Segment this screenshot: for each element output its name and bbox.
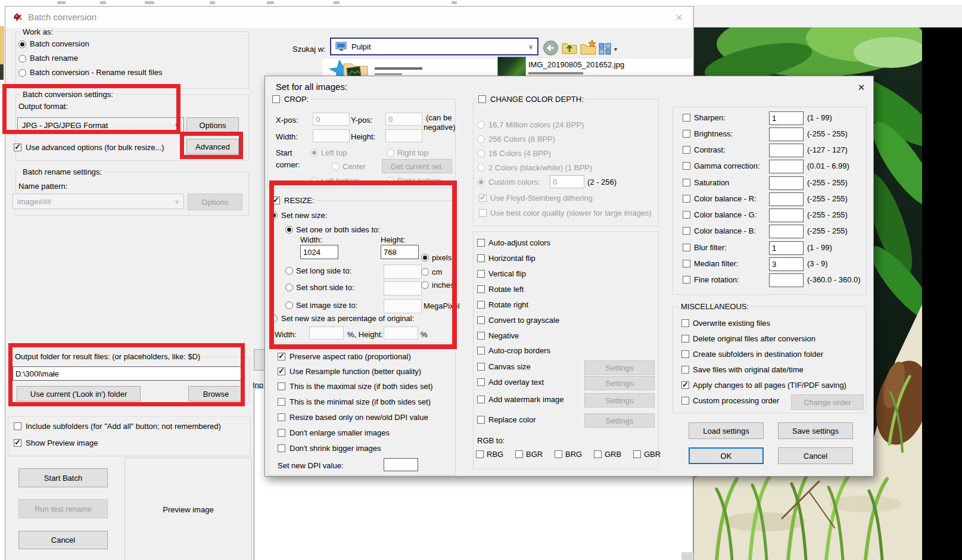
vertical-flip-checkbox[interactable] [477,270,485,278]
median-input[interactable] [769,257,804,271]
format-options-button[interactable]: Options [186,117,239,133]
new-folder-icon[interactable] [580,39,597,58]
contrast-checkbox[interactable] [683,146,690,154]
rotate-left-checkbox[interactable] [477,285,485,293]
set-image-size-radio[interactable] [285,301,293,309]
browse-button[interactable]: Browse [188,386,244,402]
batch-cancel-button[interactable]: Cancel [18,531,108,549]
overlay-text-checkbox[interactable] [477,378,485,386]
maximal-size-checkbox[interactable] [278,382,285,390]
sharpen-checkbox[interactable] [683,114,690,122]
median-checkbox[interactable] [683,260,690,267]
dpi-resize-checkbox[interactable] [278,413,285,421]
negative-checkbox[interactable] [477,332,485,340]
file-name[interactable]: IMG_20190805_201652.jpg [528,60,624,70]
set-cancel-button[interactable]: Cancel [778,447,853,464]
delete-original-checkbox[interactable] [681,335,689,343]
color-balance-g-checkbox[interactable] [683,211,690,219]
create-subfolders-checkbox[interactable] [681,350,689,358]
advanced-button[interactable]: Advanced [186,139,239,154]
replace-color-settings-button: Settings [584,413,655,428]
fine-rotation-input[interactable] [769,273,804,287]
auto-adjust-checkbox[interactable] [477,239,485,247]
dpi-value-input[interactable] [384,458,418,471]
brightness-input[interactable] [769,127,804,141]
ok-button[interactable]: OK [689,447,764,464]
unit-inches-radio[interactable] [421,281,429,289]
set-long-side-radio[interactable] [285,267,293,275]
preserve-aspect-checkbox[interactable] [278,353,285,360]
unit-cm-radio[interactable] [421,268,429,276]
rotate-right-checkbox[interactable] [477,301,485,309]
watermark-checkbox[interactable] [477,396,485,403]
set-short-side-label: Set short side to: [296,283,354,293]
dont-enlarge-checkbox[interactable] [278,429,285,437]
load-settings-button[interactable]: Load settings [689,422,764,439]
rgb-gbr-label: GBR [644,450,661,459]
start-batch-button[interactable]: Start Batch [18,468,108,487]
set-new-size-radio[interactable] [270,211,278,219]
set-one-or-both-radio[interactable] [285,226,293,234]
save-settings-button[interactable]: Save settings [778,422,853,439]
overwrite-checkbox[interactable] [681,319,689,327]
work-as-radio-batch-rename[interactable] [18,55,26,63]
set-short-side-radio[interactable] [285,284,293,291]
up-folder-icon[interactable] [561,39,578,58]
original-datetime-checkbox[interactable] [681,366,689,374]
percentage-radio[interactable] [270,315,278,322]
resize-checkbox[interactable] [272,197,280,204]
sharpen-input[interactable] [769,111,804,125]
include-subfolders-checkbox[interactable] [14,422,21,430]
saturation-input[interactable] [769,176,804,190]
unit-pixels-radio[interactable] [421,254,429,262]
output-format-combobox[interactable]: JPG - JPG/JPEG Format ∨ [17,117,184,133]
apply-all-pages-checkbox[interactable] [681,381,689,389]
resize-grip[interactable] [681,552,693,560]
work-as-radio-conversion-rename[interactable] [18,69,26,77]
minimal-size-checkbox[interactable] [278,398,285,406]
rgb-rbg-checkbox[interactable] [476,450,484,458]
rgb-grb-checkbox[interactable] [594,450,602,458]
color-balance-r-checkbox[interactable] [683,195,690,203]
dont-shrink-checkbox[interactable] [278,444,285,452]
color-balance-r-input[interactable] [769,192,804,206]
color-balance-b-input[interactable] [769,225,804,238]
blur-input[interactable] [769,241,804,255]
corner-right-bottom-radio [387,177,394,185]
auto-crop-checkbox[interactable] [477,347,485,354]
canvas-size-checkbox[interactable] [477,363,485,371]
use-current-folder-button[interactable]: Use current ('Look in') folder [17,386,141,402]
show-preview-checkbox[interactable] [14,439,21,447]
rgb-gbr-checkbox[interactable] [633,450,641,458]
use-resample-checkbox[interactable] [278,368,285,375]
custom-order-checkbox[interactable] [681,397,689,405]
color-balance-g-input[interactable] [769,209,804,222]
saturation-checkbox[interactable] [683,179,690,186]
gamma-input[interactable] [769,160,804,173]
output-folder-input[interactable] [13,366,244,381]
title-bar[interactable]: Batch conversion ✕ [5,7,692,28]
fine-rotation-checkbox[interactable] [683,276,690,284]
look-in-combobox[interactable]: Pulpit ∨ [330,38,538,55]
gamma-checkbox[interactable] [683,162,690,170]
crop-checkbox[interactable] [272,95,280,103]
horizontal-flip-checkbox[interactable] [477,254,485,262]
resize-width-input[interactable] [300,245,338,259]
replace-color-checkbox[interactable] [477,416,485,424]
blur-checkbox[interactable] [683,244,690,251]
view-menu-icon[interactable] [599,42,613,57]
resize-height-input[interactable] [381,245,419,259]
back-icon[interactable] [543,40,559,58]
color-balance-b-checkbox[interactable] [683,227,690,235]
brightness-checkbox[interactable] [683,130,690,138]
contrast-input[interactable] [769,144,804,157]
rgb-brg-checkbox[interactable] [555,450,562,458]
rgb-bgr-checkbox[interactable] [515,450,523,458]
view-menu-dropdown-icon[interactable]: ▾ [614,45,617,54]
work-as-radio-batch-conversion[interactable] [18,41,26,48]
color-depth-checkbox[interactable] [478,95,486,103]
close-icon[interactable]: ✕ [671,10,687,24]
use-advanced-checkbox[interactable] [14,144,21,151]
grayscale-checkbox[interactable] [477,316,485,324]
close-icon[interactable]: ✕ [854,81,869,94]
